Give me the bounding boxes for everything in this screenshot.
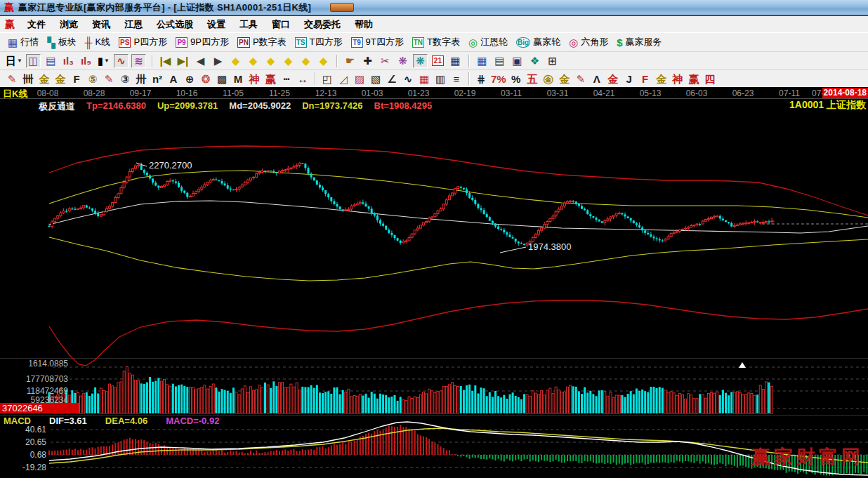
title-notification-badge[interactable] [330, 3, 354, 12]
shift-right-button[interactable]: ◆ [246, 54, 261, 68]
draw-spiral5-button[interactable]: ⑤ [86, 72, 100, 85]
9t-square-button[interactable]: T99T四方形 [347, 34, 408, 50]
menu-gann[interactable]: 江恩 [117, 17, 150, 32]
zoom-out-button[interactable]: ◆ [263, 54, 278, 68]
draw-shade-box-button[interactable]: ▧ [369, 72, 383, 85]
volume-style-button[interactable]: ≋ [131, 54, 146, 68]
hand-drag-button[interactable]: ☛ [343, 54, 357, 68]
kline-style-dropdown[interactable]: ▮▼ [96, 54, 111, 68]
draw-j-line-button[interactable]: J [622, 72, 636, 85]
zoom-in-button[interactable]: ◆ [281, 54, 296, 68]
first-page-button[interactable]: |◀ [158, 54, 173, 68]
draw-gold-line-button[interactable]: 金 [558, 72, 572, 85]
draw-ruler-button[interactable]: ┅ [280, 72, 294, 85]
winner-wheel-button[interactable]: Big赢家轮 [512, 34, 565, 50]
draw-n2-button[interactable]: n² [150, 72, 164, 85]
t-number-table-button[interactable]: TNT数字表 [408, 34, 464, 50]
draw-bars-button-icon: ⋕ [477, 74, 486, 84]
compress-button[interactable]: ◆ [298, 54, 313, 68]
menu-trading[interactable]: 交易委托 [297, 17, 348, 32]
draw-width-button[interactable]: ↔ [296, 72, 310, 85]
stats-button[interactable]: ▦ [475, 54, 489, 68]
save-button[interactable]: ▣ [510, 54, 525, 68]
winner-service-button[interactable]: $赢家服务 [612, 34, 666, 50]
draw-gold-a-button[interactable]: 金 [37, 72, 51, 85]
gann-flower-2-button[interactable]: ❋ [413, 54, 428, 68]
draw-slashes-button[interactable]: ≡ [449, 72, 463, 85]
draw-m-quote-button[interactable]: M [231, 72, 245, 85]
menu-help[interactable]: 帮助 [348, 17, 380, 32]
info-view-button[interactable]: ▤ [44, 54, 58, 68]
draw-wave-a-button[interactable]: Λ [590, 72, 604, 85]
draw-ying-slash-button[interactable]: 赢 [687, 72, 701, 85]
expand-button[interactable]: ◆ [316, 54, 331, 68]
menu-settings[interactable]: 设置 [200, 17, 232, 32]
draw-box-tool-button[interactable]: ◰ [320, 72, 334, 85]
draw-angle-button[interactable]: ∠ [385, 72, 399, 85]
draw-pencil2-button[interactable]: ✎ [102, 72, 116, 85]
draw-bars-button[interactable]: ⋕ [474, 72, 488, 85]
erase-tool-button[interactable]: ✂ [378, 54, 393, 68]
draw-compass-button[interactable]: ⊕ [183, 72, 197, 85]
notes-button[interactable]: ▤ [492, 54, 507, 68]
gann-flower-button[interactable]: ❋ [395, 54, 410, 68]
draw-web-button[interactable]: ❂ [199, 72, 213, 85]
hexagon-button[interactable]: ◎六角形 [565, 34, 612, 50]
draw-pencil-button[interactable]: ✎ [5, 72, 19, 85]
9p-square-button[interactable]: P99P四方形 [171, 34, 233, 50]
draw-web-square-button[interactable]: ▩ [215, 72, 229, 85]
draw-grid2-button[interactable]: ▥ [433, 72, 447, 85]
menu-window[interactable]: 窗口 [265, 17, 297, 32]
next-bar-button[interactable]: ▶ [211, 54, 225, 68]
menu-formula-picker[interactable]: 公式选股 [150, 17, 200, 32]
t-square-button[interactable]: TST四方形 [291, 34, 347, 50]
title-bar[interactable]: 赢 赢家江恩专业版[赢家内部服务平台] - [上证指数 SH1A0001-251… [0, 0, 868, 16]
draw-ying-button[interactable]: 赢 [263, 72, 277, 85]
last-page-button[interactable]: ▶| [176, 54, 190, 68]
network-button[interactable]: ❖ [527, 54, 542, 68]
draw-wave-button[interactable]: ∿ [401, 72, 415, 85]
gann-wheel-button[interactable]: ◎江恩轮 [464, 34, 512, 50]
kline-3-button[interactable]: ıl₃ [61, 54, 76, 68]
menu-news[interactable]: 资讯 [85, 17, 117, 32]
draw-five-button[interactable]: 五 [525, 72, 539, 85]
calculator-button[interactable]: ▦ [448, 54, 463, 68]
menu-browse[interactable]: 浏览 [53, 17, 85, 32]
draw-gold-b-button[interactable]: 金 [53, 72, 67, 85]
draw-f-line-button[interactable]: F [638, 72, 652, 85]
trend-view-button[interactable]: ◫ [26, 54, 41, 68]
sector-button[interactable]: ▚板块 [43, 34, 81, 50]
draw-pct-strike-button[interactable]: 7% [490, 72, 507, 85]
draw-circle3-button[interactable]: ③ [118, 72, 132, 85]
draw-gold-slash-button[interactable]: 金 [655, 72, 669, 85]
crosshair-button[interactable]: ✚ [360, 54, 375, 68]
zigzag-tool-button[interactable]: ∿ [114, 54, 129, 68]
draw-four-slash-button[interactable]: 四 [703, 72, 717, 85]
draw-grid1-button[interactable]: ▦ [417, 72, 431, 85]
chart-area[interactable]: 2270.27001974.3800 日K线 08-0808-2809-1710… [0, 87, 868, 478]
draw-shen-slash-button[interactable]: 神 [671, 72, 685, 85]
calendar-button[interactable]: 21 [430, 54, 445, 68]
draw-gold-under-button[interactable]: 金 [606, 72, 620, 85]
draw-fan-button[interactable]: ◿ [336, 72, 350, 85]
print-button[interactable]: ⊞ [545, 54, 560, 68]
draw-a-mirror-button[interactable]: A [166, 72, 180, 85]
draw-tally2-button[interactable]: 卅 [134, 72, 148, 85]
period-day-dropdown[interactable]: 日▼ [5, 54, 23, 68]
draw-shen-button[interactable]: 神 [247, 72, 261, 85]
draw-gold-circle-button[interactable]: ㊎ [541, 72, 555, 85]
kline-9-button[interactable]: ıl₉ [79, 54, 93, 68]
menu-file[interactable]: 文件 [20, 17, 53, 32]
shift-left-button[interactable]: ◆ [228, 54, 243, 68]
draw-pct-button[interactable]: % [509, 72, 523, 85]
draw-tally-button[interactable]: 卌 [21, 72, 35, 85]
prev-bar-button[interactable]: ◀ [193, 54, 208, 68]
kline-button[interactable]: ╫K线 [81, 34, 114, 50]
p-square-button[interactable]: PSP四方形 [114, 34, 171, 50]
p-number-table-button[interactable]: PNP数字表 [233, 34, 291, 50]
quote-button[interactable]: ▦行情 [4, 34, 43, 50]
menu-tools[interactable]: 工具 [232, 17, 265, 32]
draw-fan-box-button[interactable]: ▨ [353, 72, 367, 85]
draw-f-bars-button[interactable]: F [70, 72, 84, 85]
draw-pencil-bar-button[interactable]: ✎ [574, 72, 588, 85]
